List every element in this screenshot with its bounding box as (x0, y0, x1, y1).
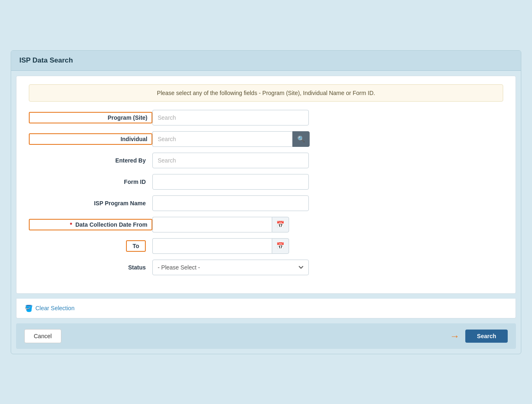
info-banner-text: Please select any of the following field… (157, 90, 375, 96)
data-collection-label: * Data Collection Date From (29, 219, 152, 230)
search-button[interactable]: Search (465, 330, 508, 343)
date-to-input[interactable]: 06/07/2023 (152, 238, 272, 254)
footer-right: → Search (450, 330, 508, 343)
program-site-row: Program (Site) (29, 110, 503, 125)
date-from-calendar-button[interactable]: 📅 (272, 217, 289, 232)
program-site-input[interactable] (152, 110, 309, 125)
date-to-calendar-button[interactable]: 📅 (272, 238, 289, 254)
status-select[interactable]: - Please Select - Active Inactive Pendin… (152, 260, 309, 275)
clear-selection-bar: 🪣 Clear Selection (16, 299, 516, 318)
individual-search-wrap: 🔍 (152, 131, 310, 147)
modal-header: ISP Data Search (11, 51, 521, 71)
entered-by-label: Entered By (29, 157, 152, 164)
clear-selection-label: Clear Selection (35, 305, 75, 311)
clear-icon: 🪣 (25, 304, 33, 312)
footer-bar: Cancel → Search (16, 323, 516, 349)
to-label: To (126, 240, 146, 252)
individual-label: Individual (29, 133, 152, 145)
required-star: * (70, 221, 72, 228)
date-to-row: To 06/07/2023 📅 (29, 238, 503, 254)
isp-program-name-row: ISP Program Name (29, 195, 503, 211)
individual-row: Individual 🔍 (29, 131, 503, 147)
isp-program-name-label: ISP Program Name (29, 200, 152, 207)
individual-input[interactable] (152, 131, 292, 147)
isp-program-name-input[interactable] (152, 195, 309, 211)
cancel-button[interactable]: Cancel (24, 329, 61, 343)
status-row: Status - Please Select - Active Inactive… (29, 260, 503, 275)
form-id-label: Form ID (29, 179, 152, 185)
isp-data-search-modal: ISP Data Search Please select any of the… (11, 50, 521, 354)
date-from-input[interactable]: 06/01/2023 (152, 217, 272, 232)
info-banner: Please select any of the following field… (29, 84, 503, 102)
calendar-icon: 📅 (276, 221, 285, 228)
form-id-input[interactable] (152, 174, 309, 190)
entered-by-input[interactable] (152, 153, 309, 168)
date-from-row: * Data Collection Date From 06/01/2023 📅 (29, 217, 503, 232)
date-to-wrap: 06/07/2023 📅 (152, 238, 289, 254)
form-id-row: Form ID (29, 174, 503, 190)
cancel-label: Cancel (34, 333, 52, 339)
calendar-icon: 📅 (276, 242, 285, 250)
modal-title: ISP Data Search (19, 56, 513, 65)
entered-by-row: Entered By (29, 153, 503, 168)
individual-search-button[interactable]: 🔍 (292, 131, 310, 147)
date-from-wrap: 06/01/2023 📅 (152, 217, 289, 232)
search-label: Search (477, 333, 496, 339)
modal-body: Please select any of the following field… (16, 76, 516, 294)
search-icon: 🔍 (297, 135, 305, 143)
program-site-label: Program (Site) (29, 112, 152, 123)
clear-selection-link[interactable]: 🪣 Clear Selection (25, 304, 75, 312)
status-label: Status (29, 264, 152, 271)
arrow-icon: → (450, 330, 460, 342)
